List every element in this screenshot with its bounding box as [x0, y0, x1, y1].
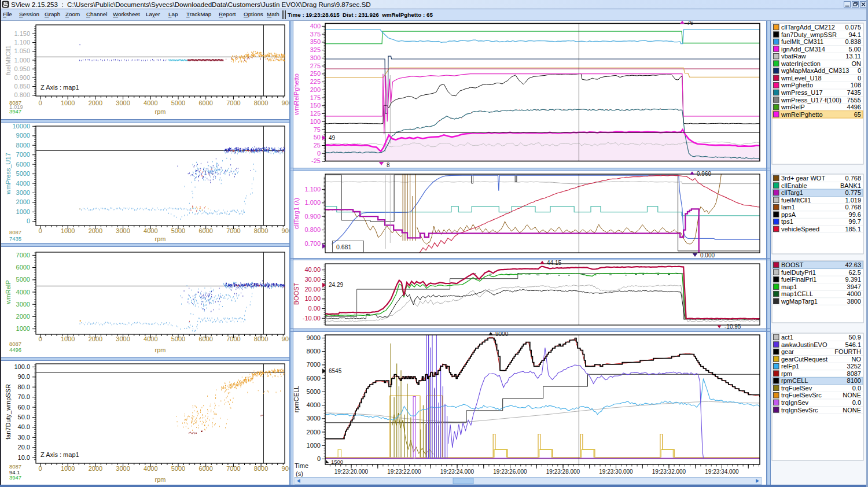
svg-text:1.150: 1.150 — [14, 30, 30, 37]
svg-text:waterInjection: waterInjection — [781, 60, 821, 67]
svg-text:19:23:24.000: 19:23:24.000 — [440, 468, 475, 475]
svg-text:5000: 5000 — [171, 99, 185, 106]
svg-text:4000: 4000 — [16, 289, 30, 296]
svg-text:108: 108 — [851, 82, 861, 88]
svg-text:rpm: rpm — [155, 108, 166, 115]
svg-text:50: 50 — [314, 134, 321, 141]
svg-text:wmRelP: wmRelP — [781, 104, 805, 110]
svg-text:8000: 8000 — [254, 227, 268, 234]
svg-text:wgMapTarg1: wgMapTarg1 — [781, 298, 818, 305]
svg-text:100.0: 100.0 — [14, 363, 30, 370]
svg-text:wmLevel_U18: wmLevel_U18 — [781, 75, 822, 82]
svg-text:vehicleSpeed: vehicleSpeed — [781, 226, 819, 233]
svg-text:300: 300 — [310, 54, 321, 61]
svg-text:0.0: 0.0 — [852, 399, 861, 406]
svg-text:0: 0 — [858, 67, 861, 74]
svg-text:-25: -25 — [311, 157, 321, 164]
svg-text:20.0: 20.0 — [18, 444, 30, 451]
svg-text:70.0: 70.0 — [18, 393, 30, 400]
svg-text:7000: 7000 — [307, 361, 321, 368]
svg-text:50.9: 50.9 — [849, 334, 861, 341]
svg-text:wmRelPghetto: wmRelPghetto — [781, 111, 823, 118]
svg-text:0.838: 0.838 — [845, 38, 861, 45]
svg-text:4000: 4000 — [847, 290, 861, 297]
svg-text:-10.95: -10.95 — [724, 323, 741, 329]
svg-text:94.1: 94.1 — [849, 31, 861, 38]
svg-text:wgMapMaxAdd_CM313: wgMapMaxAdd_CM313 — [781, 67, 849, 74]
svg-text:6545: 6545 — [329, 368, 342, 374]
svg-text:0: 0 — [38, 99, 42, 106]
svg-text:rpm: rpm — [155, 346, 166, 353]
svg-text:3000: 3000 — [116, 227, 130, 234]
svg-text:1000: 1000 — [16, 208, 30, 215]
svg-text:rpmCELL: rpmCELL — [293, 386, 300, 412]
svg-text:9000: 9000 — [307, 334, 321, 341]
svg-text:1000: 1000 — [61, 465, 75, 472]
svg-text:rpm: rpm — [155, 476, 166, 483]
svg-text:3947: 3947 — [9, 474, 21, 481]
svg-text:6000: 6000 — [307, 375, 321, 382]
svg-text:40.0: 40.0 — [18, 423, 30, 430]
svg-text:0.075: 0.075 — [845, 24, 861, 31]
svg-text:3000: 3000 — [307, 415, 321, 422]
svg-text:3947: 3947 — [847, 283, 861, 290]
svg-text:lam1: lam1 — [781, 204, 795, 211]
svg-text:65: 65 — [854, 111, 861, 118]
svg-text:2000: 2000 — [16, 313, 30, 320]
svg-text:1000: 1000 — [16, 325, 30, 332]
svg-text:2000: 2000 — [89, 227, 102, 234]
svg-text:ON: ON — [852, 60, 862, 67]
svg-text:fuelFinalPri1: fuelFinalPri1 — [781, 276, 816, 283]
svg-text:0.700: 0.700 — [304, 240, 321, 247]
svg-text:2000: 2000 — [307, 429, 321, 436]
svg-text:4000: 4000 — [144, 465, 157, 472]
svg-text:7000: 7000 — [226, 465, 240, 472]
svg-text:1.000: 1.000 — [304, 199, 321, 206]
svg-text:5000: 5000 — [16, 276, 30, 283]
svg-text:1000: 1000 — [307, 442, 321, 449]
svg-text:5000: 5000 — [307, 388, 321, 395]
svg-text:gear: gear — [781, 348, 794, 355]
svg-text:tps1: tps1 — [781, 218, 793, 225]
svg-text:8000: 8000 — [254, 465, 268, 472]
svg-text:19:23:30.000: 19:23:30.000 — [599, 468, 633, 475]
svg-text:-10.00: -10.00 — [303, 315, 321, 322]
svg-text:rpmCELL: rpmCELL — [781, 377, 808, 384]
svg-text:1.050: 1.050 — [14, 47, 30, 54]
svg-text:ignAdd_CM314: ignAdd_CM314 — [781, 46, 825, 53]
svg-text:rpm: rpm — [155, 235, 166, 242]
svg-text:0: 0 — [317, 455, 321, 462]
svg-text:40.00: 40.00 — [304, 266, 321, 273]
svg-text:ppsA: ppsA — [781, 211, 796, 218]
svg-text:10000: 10000 — [12, 123, 30, 130]
svg-text:8100: 8100 — [847, 377, 861, 384]
svg-text:5000: 5000 — [171, 227, 185, 234]
svg-text:185.1: 185.1 — [845, 226, 861, 233]
svg-text:fuelDutyPri1: fuelDutyPri1 — [781, 269, 816, 276]
svg-text:NONE: NONE — [843, 407, 861, 414]
svg-text:4000: 4000 — [144, 227, 157, 234]
svg-text:1000: 1000 — [61, 227, 75, 234]
svg-text:5.00: 5.00 — [849, 46, 861, 53]
svg-text:19:23:28.000: 19:23:28.000 — [546, 468, 580, 475]
svg-text:0.681: 0.681 — [336, 244, 351, 250]
svg-text:10.00: 10.00 — [304, 295, 321, 302]
svg-text:42.63: 42.63 — [845, 261, 861, 268]
svg-text:4496: 4496 — [9, 346, 21, 353]
svg-text:fan7Duty_wmpSSR: fan7Duty_wmpSSR — [5, 384, 12, 440]
svg-text:5000: 5000 — [171, 465, 185, 472]
svg-text:6000: 6000 — [198, 227, 212, 234]
svg-text:trqIgnSevSrc: trqIgnSevSrc — [781, 407, 818, 414]
svg-text:5000: 5000 — [171, 335, 185, 342]
svg-text:99.6: 99.6 — [849, 211, 861, 218]
svg-text:9000: 9000 — [282, 99, 289, 106]
svg-text:3rd+ gear WOT: 3rd+ gear WOT — [781, 175, 825, 182]
svg-text:80.0: 80.0 — [18, 383, 30, 390]
svg-text:9000: 9000 — [282, 335, 289, 342]
svg-text:wmRelP: wmRelP — [5, 281, 12, 305]
svg-text:awkwJustinEVO: awkwJustinEVO — [781, 341, 827, 348]
svg-text:19:23:22.000: 19:23:22.000 — [387, 468, 421, 475]
svg-text:6000: 6000 — [16, 161, 30, 168]
svg-text:0.768: 0.768 — [845, 175, 861, 182]
svg-text:9000: 9000 — [495, 332, 509, 337]
